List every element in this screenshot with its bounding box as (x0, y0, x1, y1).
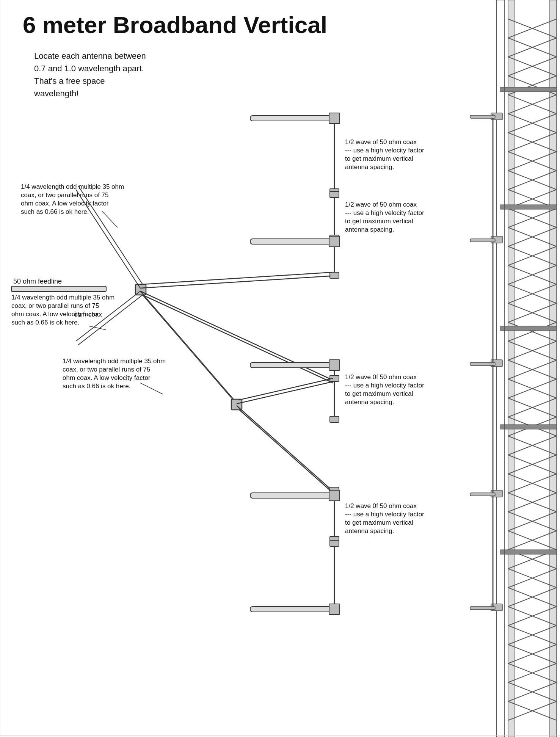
svg-line-48 (508, 455, 557, 474)
upper-right-coax-1-label: 1/2 wave of 50 ohm coax --- use a high v… (345, 138, 426, 171)
svg-line-113 (140, 383, 163, 394)
svg-rect-132 (491, 604, 502, 611)
svg-rect-94 (135, 284, 146, 295)
svg-line-24 (508, 227, 557, 246)
svg-line-47 (508, 436, 557, 455)
svg-line-116 (239, 378, 333, 400)
svg-line-23 (508, 209, 557, 227)
svg-line-31 (508, 284, 557, 303)
svg-line-29 (508, 265, 557, 284)
svg-rect-93 (11, 286, 106, 292)
svg-line-15 (508, 133, 557, 152)
svg-line-111 (140, 291, 236, 402)
svg-rect-137 (470, 493, 495, 496)
svg-rect-131 (491, 490, 502, 497)
svg-rect-126 (250, 607, 334, 612)
svg-line-62 (508, 588, 557, 607)
svg-line-16 (508, 152, 557, 171)
svg-line-56 (508, 531, 557, 550)
svg-rect-82 (250, 116, 334, 121)
svg-line-118 (239, 409, 333, 493)
svg-line-27 (508, 246, 557, 265)
svg-line-50 (508, 474, 557, 493)
svg-line-12 (508, 114, 557, 133)
antenna-4 (250, 487, 340, 543)
svg-line-14 (508, 133, 557, 152)
page-title: 6 meter Broadband Vertical (0, 0, 560, 46)
upper-left-coax-2-label: 1/4 wavelength odd multiple 35 ohm coax,… (11, 294, 116, 326)
svg-line-103 (102, 211, 118, 227)
svg-line-22 (508, 209, 557, 227)
tower-structure (497, 0, 557, 737)
svg-rect-136 (470, 362, 495, 365)
svg-line-51 (508, 474, 557, 493)
svg-line-41 (508, 379, 557, 398)
lower-right-coax-2-label: 1/2 wave 0f 50 ohm coax --- use a high v… (345, 502, 426, 535)
svg-line-98 (143, 295, 333, 383)
svg-line-9 (508, 76, 557, 95)
svg-line-28 (508, 265, 557, 284)
svg-line-55 (508, 512, 557, 531)
svg-rect-130 (491, 360, 502, 367)
svg-line-60 (508, 569, 557, 588)
svg-rect-90 (329, 236, 340, 247)
svg-rect-81 (497, 0, 504, 737)
antenna-5-bottom (250, 540, 340, 615)
svg-line-26 (508, 246, 557, 265)
svg-rect-135 (470, 239, 495, 242)
svg-line-58 (508, 550, 557, 569)
svg-rect-120 (250, 493, 334, 498)
svg-line-33 (508, 303, 557, 322)
svg-rect-78 (500, 326, 557, 331)
svg-line-73 (508, 682, 557, 701)
svg-line-6 (508, 57, 557, 76)
svg-line-11 (508, 95, 557, 114)
svg-rect-138 (470, 607, 495, 610)
svg-rect-76 (500, 87, 557, 92)
svg-rect-119 (330, 487, 339, 493)
svg-line-49 (508, 455, 557, 474)
svg-line-53 (508, 493, 557, 512)
svg-line-57 (508, 531, 557, 550)
svg-line-39 (508, 360, 557, 379)
svg-rect-88 (330, 235, 339, 241)
svg-line-67 (508, 626, 557, 644)
antenna-2 (250, 191, 340, 278)
svg-line-115 (237, 382, 331, 404)
svg-line-97 (140, 291, 331, 379)
svg-line-68 (508, 644, 557, 663)
svg-line-104 (89, 326, 106, 330)
svg-line-59 (508, 550, 557, 569)
svg-line-20 (508, 190, 557, 209)
svg-line-74 (508, 701, 557, 720)
svg-line-35 (508, 322, 557, 341)
svg-rect-79 (500, 425, 557, 429)
ohm-coax-text: ohm coax (74, 311, 102, 318)
svg-rect-129 (491, 236, 502, 243)
svg-line-101 (76, 291, 140, 341)
svg-line-63 (508, 588, 557, 607)
svg-rect-127 (329, 604, 340, 615)
svg-rect-114 (231, 399, 242, 410)
svg-line-72 (508, 682, 557, 701)
svg-line-8 (508, 76, 557, 95)
svg-rect-110 (330, 416, 339, 422)
svg-line-71 (508, 663, 557, 682)
page-subtitle: Locate each antenna between 0.7 and 1.0 … (0, 46, 182, 115)
svg-rect-124 (330, 540, 339, 546)
svg-rect-92 (330, 272, 339, 278)
svg-line-34 (508, 322, 557, 341)
svg-rect-105 (330, 375, 339, 381)
svg-line-30 (508, 284, 557, 303)
svg-line-117 (237, 406, 331, 489)
svg-rect-89 (250, 239, 334, 244)
svg-line-18 (508, 171, 557, 190)
svg-line-46 (508, 436, 557, 455)
svg-line-37 (508, 341, 557, 360)
feedline-label: 50 ohm feedline (13, 278, 62, 285)
lower-right-coax-1-label: 1/2 wave 0f 50 ohm coax --- use a high v… (345, 373, 426, 406)
svg-line-10 (508, 95, 557, 114)
svg-line-7 (508, 57, 557, 76)
svg-rect-80 (500, 550, 557, 554)
svg-line-21 (508, 190, 557, 209)
